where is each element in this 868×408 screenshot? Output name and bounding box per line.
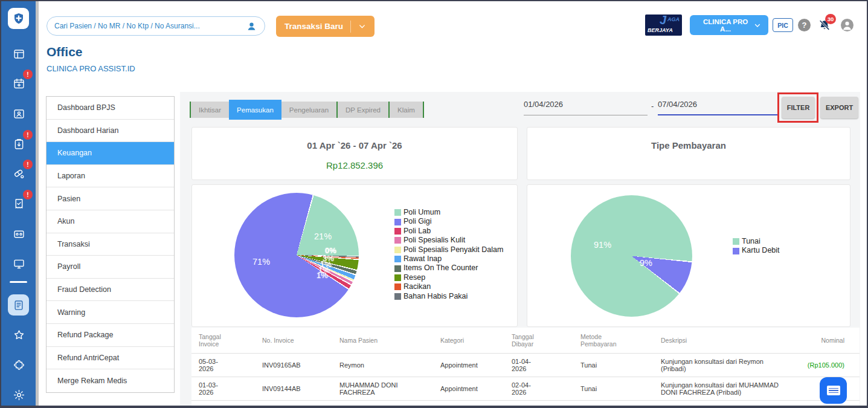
legend-label: Rawat Inap bbox=[403, 254, 442, 264]
account-avatar-icon[interactable] bbox=[841, 19, 854, 31]
menu-item-dashboard-bpjs[interactable]: Dashboard BPJS bbox=[47, 97, 174, 120]
legend-item[interactable]: Bahan Habis Pakai bbox=[394, 292, 503, 301]
legend-item[interactable]: Racikan bbox=[394, 282, 503, 291]
new-transaction-button[interactable]: Transaksi Baru bbox=[276, 16, 375, 37]
transactions-table-card: Tanggal Invoice No. Invoice Nama Pasien … bbox=[191, 328, 860, 408]
finance-tabs: Ikhtisar Pemasukan Pengeluaran DP Expire… bbox=[190, 100, 424, 120]
clipboard-icon[interactable]: ! bbox=[11, 137, 26, 151]
payment-type-card: Tipe Pembayaran bbox=[527, 127, 850, 180]
tab-klaim[interactable]: Klaim bbox=[388, 102, 424, 118]
menu-item-refund-antricepat[interactable]: Refund AntriCepat bbox=[47, 347, 174, 370]
income-pie-chart[interactable]: 71% 21% 0% 3% 1% 1% 1% bbox=[234, 193, 359, 317]
cassette-icon[interactable] bbox=[11, 227, 26, 241]
clinic-selector-label: CLINICA PRO A... bbox=[697, 18, 754, 33]
logo-text-top: AGA bbox=[667, 16, 680, 22]
search-input[interactable] bbox=[54, 22, 246, 30]
chevron-down-icon bbox=[754, 22, 761, 29]
section-menu: Dashboard BPJS Dashboard Harian Keuangan… bbox=[46, 96, 175, 393]
app-logo[interactable] bbox=[8, 8, 29, 29]
legend-item[interactable]: Poli Lab bbox=[394, 227, 503, 236]
tab-dp-expired[interactable]: DP Expired bbox=[336, 102, 388, 118]
menu-item-dashboard-harian[interactable]: Dashboard Harian bbox=[47, 120, 174, 143]
medicine-icon[interactable]: ! bbox=[11, 166, 26, 181]
tab-pengeluaran[interactable]: Pengeluaran bbox=[281, 102, 336, 118]
pie-label: 9% bbox=[640, 258, 652, 268]
legend-swatch bbox=[394, 283, 401, 290]
menu-item-fraud-detection[interactable]: Fraud Detection bbox=[47, 279, 174, 302]
cell-tanggal-dibayar: 02-04-2026 bbox=[512, 381, 543, 396]
cell-deskripsi: Kunjungan konsultasi dari MUHAMMAD DONI … bbox=[654, 377, 789, 401]
cell-no-invoice: INV09165AB bbox=[255, 354, 332, 377]
puzzle-icon[interactable] bbox=[11, 358, 26, 372]
legend-label: Items On The Counter bbox=[403, 264, 478, 273]
transactions-table: Tanggal Invoice No. Invoice Nama Pasien … bbox=[191, 328, 860, 401]
patient-card-icon[interactable] bbox=[11, 106, 26, 121]
menu-item-refund-package[interactable]: Refund Package bbox=[47, 324, 174, 347]
date-range-separator: - bbox=[651, 102, 654, 111]
payment-type-title: Tipe Pembayaran bbox=[527, 140, 850, 151]
payment-pie-chart[interactable]: 91% 9% bbox=[571, 195, 692, 317]
legend-item[interactable]: Kartu Debit bbox=[733, 246, 780, 255]
modules-icon[interactable] bbox=[11, 47, 26, 61]
payment-type-chart-card: 91% 9% Tunai Kartu Debit bbox=[527, 184, 850, 327]
menu-item-warning[interactable]: Warning bbox=[47, 301, 174, 324]
cell-metode-pembayaran: Tunai bbox=[573, 377, 654, 401]
app-window: ! ! ! ! bbox=[0, 0, 868, 408]
calendar-icon[interactable]: ! bbox=[11, 76, 26, 91]
menu-item-transaksi[interactable]: Transaksi bbox=[47, 233, 174, 256]
col-no-invoice: No. Invoice bbox=[255, 328, 332, 354]
chat-widget-button[interactable] bbox=[820, 377, 847, 404]
date-from-field[interactable]: 01/04/2026 bbox=[524, 100, 648, 115]
legend-item[interactable]: Poli Gigi bbox=[394, 217, 503, 226]
menu-item-akun[interactable]: Akun bbox=[47, 210, 174, 233]
legend-label: Resep bbox=[403, 273, 425, 282]
legend-label: Poli Spesialis Penyakit Dalam bbox=[403, 245, 503, 254]
export-button[interactable]: EXPORT bbox=[820, 97, 858, 118]
legend-label: Poli Lab bbox=[403, 227, 431, 236]
payment-chart-legend: Tunai Kartu Debit bbox=[733, 237, 780, 256]
menu-item-payroll[interactable]: Payroll bbox=[47, 256, 174, 279]
legend-item[interactable]: Rawat Inap bbox=[394, 254, 503, 264]
pic-button[interactable]: PIC bbox=[773, 18, 793, 32]
legend-item[interactable]: Poli Spesialis Kulit bbox=[394, 236, 503, 245]
income-summary-card: 01 Apr `26 - 07 Apr `26 Rp12.852.396 bbox=[191, 127, 518, 180]
help-icon[interactable]: ? bbox=[798, 19, 811, 31]
table-row[interactable]: 01-03-2026 INV09144AB MUHAMMAD DONI FACH… bbox=[191, 377, 860, 401]
star-icon[interactable] bbox=[11, 328, 26, 342]
cell-deskripsi: Kunjungan konsultasi dari Reymon (Pribad… bbox=[654, 354, 789, 377]
menu-item-keuangan[interactable]: Keuangan bbox=[47, 142, 174, 165]
receipt-icon[interactable]: ! bbox=[11, 196, 26, 211]
date-to-field[interactable]: 07/04/2026 bbox=[658, 100, 777, 115]
tab-ikhtisar[interactable]: Ikhtisar bbox=[190, 102, 229, 118]
pie-label: 1% bbox=[317, 271, 328, 280]
menu-item-laporan[interactable]: Laporan bbox=[47, 165, 174, 188]
legend-label: Poli Umum bbox=[403, 208, 440, 217]
menu-item-merge-rekam-medis[interactable]: Merge Rekam Medis bbox=[47, 369, 174, 392]
patient-search[interactable] bbox=[47, 16, 265, 36]
monitor-icon[interactable] bbox=[11, 256, 26, 271]
legend-label: Racikan bbox=[403, 282, 431, 291]
clinic-selector-dropdown[interactable]: CLINICA PRO A... bbox=[690, 15, 768, 35]
table-row[interactable]: 05-03-2026 INV09165AB Reymon Appointment… bbox=[191, 354, 860, 377]
logo-j: J bbox=[660, 15, 666, 27]
legend-swatch bbox=[394, 228, 401, 235]
legend-item[interactable]: Poli Spesialis Penyakit Dalam bbox=[394, 245, 503, 254]
tab-pemasukan[interactable]: Pemasukan bbox=[229, 100, 281, 120]
pie-label: 71% bbox=[252, 257, 270, 267]
cell-no-invoice: INV09144AB bbox=[255, 377, 332, 401]
gear-icon[interactable] bbox=[11, 387, 26, 402]
legend-item[interactable]: Poli Umum bbox=[394, 208, 503, 217]
legend-item[interactable]: Items On The Counter bbox=[394, 264, 503, 273]
legend-item[interactable]: Resep bbox=[394, 273, 503, 282]
cell-nominal: (Rp105.000) bbox=[789, 354, 860, 377]
office-document-icon[interactable] bbox=[8, 294, 29, 316]
pic-label: PIC bbox=[777, 22, 788, 29]
cell-tanggal-invoice: 05-03-2026 bbox=[199, 358, 230, 372]
col-kategori: Kategori bbox=[433, 328, 504, 354]
filter-button[interactable]: FILTER bbox=[782, 97, 815, 118]
income-by-category-chart-card: 71% 21% 0% 3% 1% 1% 1% Poli Umum Poli Gi… bbox=[191, 184, 518, 327]
legend-item[interactable]: Tunai bbox=[733, 237, 780, 246]
menu-item-pasien[interactable]: Pasien bbox=[47, 187, 174, 210]
rail-scrollbar[interactable] bbox=[36, 1, 39, 406]
legend-swatch bbox=[733, 248, 739, 254]
